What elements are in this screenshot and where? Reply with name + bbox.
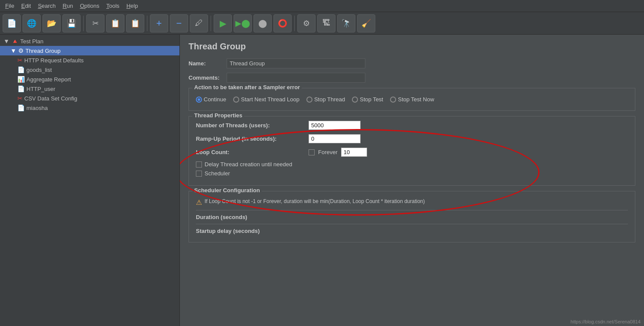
menu-run[interactable]: Run (59, 2, 77, 10)
templates-button[interactable]: 🌐 (23, 14, 41, 32)
aggregate-report-icon: 📊 (17, 76, 25, 83)
http-user-icon: 📄 (17, 85, 25, 92)
radio-stop-thread[interactable]: Stop Thread (306, 96, 345, 103)
menu-search[interactable]: Search (34, 2, 59, 10)
radio-stop-test[interactable]: Stop Test (352, 96, 383, 103)
sidebar-item-testplan[interactable]: ▼ 🔺 Test Plan (0, 36, 179, 46)
scheduler-row[interactable]: Scheduler (196, 170, 628, 177)
toolbar-sep-1 (83, 16, 84, 31)
sidebar-item-csv-data-label: CSV Data Set Config (24, 95, 77, 102)
delay-thread-checkbox[interactable] (196, 161, 202, 168)
radio-stop-test-label: Stop Test (360, 96, 383, 103)
menu-help[interactable]: Help (123, 2, 142, 10)
loop-forever-checkbox[interactable] (309, 149, 315, 155)
sidebar-item-http-defaults[interactable]: ✂ HTTP Request Defaults (0, 55, 179, 65)
sidebar-item-miaosha-label: miaosha (26, 105, 48, 111)
radio-continue-circle (196, 97, 202, 103)
toolbar-sep-2 (147, 16, 147, 31)
sidebar-item-http-user-label: HTTP_user (26, 86, 55, 92)
radio-start-next-loop[interactable]: Start Next Thread Loop (233, 96, 299, 103)
sidebar-item-threadgroup[interactable]: ▼ ⚙ Thread Group (0, 46, 179, 55)
sidebar-item-miaosha[interactable]: 📄 miaosha (0, 103, 179, 113)
menu-tools[interactable]: Tools (103, 2, 123, 10)
cut-button[interactable]: ✂ (86, 14, 104, 32)
comments-label: Comments: (189, 74, 223, 81)
sidebar-item-csv-data[interactable]: ✂ CSV Data Set Config (0, 94, 179, 103)
loop-count-row: Loop Count: Forever (196, 148, 628, 157)
scheduler-checkbox[interactable] (196, 171, 202, 177)
menu-file[interactable]: File (2, 2, 18, 10)
toolbar: 📄 🌐 📂 💾 ✂ 📋 📋 + − 🖊 ▶ ▶⬤ ⬤ ⭕ ⚙ 🏗 🔭 🧹 (0, 12, 644, 35)
testplan-expand-icon: ▼ (3, 38, 10, 45)
new-button[interactable]: 📄 (3, 14, 21, 32)
duration-label: Duration (seconds) (196, 214, 274, 220)
menu-options[interactable]: Options (76, 2, 103, 10)
loop-forever-label: Forever (318, 149, 338, 155)
menubar: File Edit Search Run Options Tools Help (0, 0, 644, 12)
remote-button[interactable]: 🔭 (337, 14, 355, 32)
name-input[interactable] (227, 58, 365, 68)
sidebar-item-aggregate-report-label: Aggregate Report (26, 76, 71, 83)
radio-continue-label: Continue (204, 96, 226, 103)
threadgroup-icon: ⚙ (18, 47, 24, 54)
delay-thread-row[interactable]: Delay Thread creation until needed (196, 161, 628, 168)
toolbar-sep-3 (211, 16, 211, 31)
open-button[interactable]: 📂 (42, 14, 61, 32)
num-threads-input[interactable] (309, 121, 361, 130)
radio-row: Continue Start Next Thread Loop Stop Thr… (196, 93, 628, 106)
menu-edit[interactable]: Edit (18, 2, 34, 10)
loop-count-label: Loop Count: (196, 149, 309, 155)
testplan-icon: 🔺 (11, 38, 19, 45)
ramp-up-input[interactable] (309, 134, 361, 143)
sidebar-item-aggregate-report[interactable]: 📊 Aggregate Report (0, 74, 179, 84)
name-row: Name: (189, 58, 635, 68)
scheduler-config-legend: Scheduler Configuration (192, 187, 262, 194)
scheduler-config-section: Scheduler Configuration ⚠ If Loop Count … (189, 191, 635, 242)
remove-button[interactable]: − (170, 14, 188, 32)
sidebar: ▼ 🔺 Test Plan ▼ ⚙ Thread Group ✂ HTTP Re… (0, 35, 180, 326)
sidebar-item-goods-list[interactable]: 📄 goods_list (0, 65, 179, 74)
warning-icon: ⚠ (196, 198, 202, 207)
sidebar-item-http-user[interactable]: 📄 HTTP_user (0, 84, 179, 94)
comments-input[interactable] (227, 73, 365, 83)
stop-button[interactable]: ⬤ (254, 14, 272, 32)
sidebar-item-http-defaults-label: HTTP Request Defaults (24, 57, 84, 64)
num-threads-label: Number of Threads (users): (196, 122, 309, 129)
paste-button[interactable]: 📋 (126, 14, 144, 32)
http-defaults-icon: ✂ (17, 57, 23, 64)
panel-title: Thread Group (189, 42, 635, 52)
help-button[interactable]: 🧹 (357, 14, 375, 32)
clear-button[interactable]: 🖊 (190, 14, 208, 32)
radio-stop-thread-label: Stop Thread (314, 96, 345, 103)
url-watermark: https://blog.csdn.net/Serena0814 (571, 319, 641, 324)
radio-stop-test-now[interactable]: Stop Test Now (390, 96, 434, 103)
toolbar-sep-4 (294, 16, 295, 31)
main-layout: ▼ 🔺 Test Plan ▼ ⚙ Thread Group ✂ HTTP Re… (0, 35, 644, 326)
startup-delay-field: Startup delay (seconds) (196, 224, 628, 234)
scheduler-warning-row: ⚠ If Loop Count is not -1 or Forever, du… (196, 198, 628, 207)
workbench-button[interactable]: 🏗 (317, 14, 335, 32)
radio-stop-test-now-label: Stop Test Now (398, 96, 434, 103)
copy-button[interactable]: 📋 (106, 14, 124, 32)
comments-row: Comments: (189, 73, 635, 83)
loop-count-input[interactable] (341, 148, 367, 157)
shutdown-button[interactable]: ⭕ (273, 14, 292, 32)
threadgroup-expand-icon: ▼ (10, 47, 16, 54)
delay-thread-label: Delay Thread creation until needed (205, 161, 292, 168)
run-button[interactable]: ▶ (214, 14, 232, 32)
settings-button[interactable]: ⚙ (297, 14, 315, 32)
sidebar-item-testplan-label: Test Plan (20, 38, 43, 45)
ramp-up-label: Ramp-Up Period (in seconds): (196, 136, 309, 142)
sidebar-item-goods-list-label: goods_list (26, 67, 52, 73)
ramp-up-row: Ramp-Up Period (in seconds): (196, 134, 628, 143)
radio-start-next-loop-circle (233, 97, 239, 103)
save-button[interactable]: 💾 (62, 14, 81, 32)
stop-with-shutdown-button[interactable]: ▶⬤ (234, 14, 252, 32)
add-button[interactable]: + (150, 14, 168, 32)
radio-stop-test-circle (352, 97, 358, 103)
radio-continue[interactable]: Continue (196, 96, 226, 103)
sampler-error-legend: Action to be taken after a Sampler error (192, 84, 302, 90)
startup-delay-label: Startup delay (seconds) (196, 228, 274, 234)
thread-props-wrapper: Thread Properties Number of Threads (use… (189, 116, 635, 186)
num-threads-row: Number of Threads (users): (196, 121, 628, 130)
